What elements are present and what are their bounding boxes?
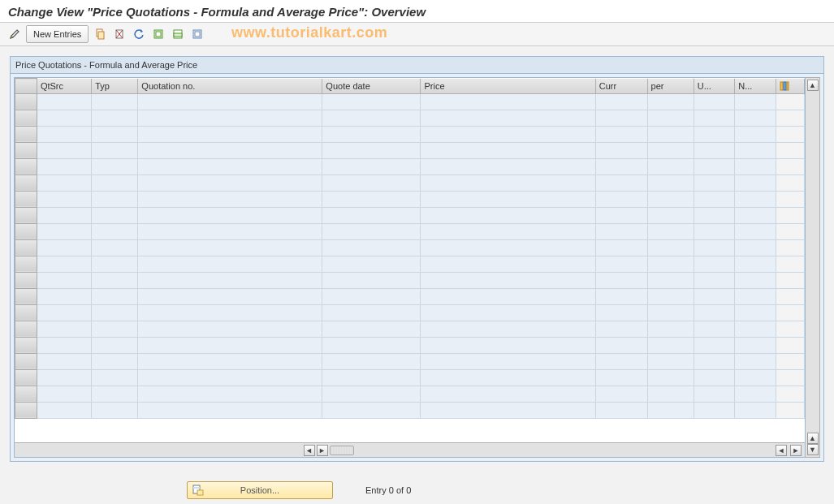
cell[interactable]: [37, 337, 91, 353]
row-selector[interactable]: [15, 256, 37, 272]
cell[interactable]: [138, 126, 322, 142]
cell[interactable]: [322, 126, 421, 142]
cell[interactable]: [735, 223, 776, 239]
cell[interactable]: [322, 402, 421, 418]
undo-icon[interactable]: [131, 26, 147, 42]
vertical-scrollbar[interactable]: ▲ ▲ ▼: [806, 77, 820, 458]
cell[interactable]: [735, 353, 776, 369]
cell[interactable]: [694, 93, 734, 110]
cell[interactable]: [694, 256, 734, 272]
cell[interactable]: [92, 191, 138, 207]
cell[interactable]: [647, 142, 694, 158]
select-all-icon[interactable]: [150, 26, 166, 42]
cell[interactable]: [735, 272, 776, 288]
cell[interactable]: [735, 110, 776, 126]
cell[interactable]: [421, 369, 595, 386]
scroll-up2-icon[interactable]: ▲: [807, 433, 819, 444]
table-row[interactable]: [15, 386, 805, 402]
cell[interactable]: [595, 223, 647, 239]
position-button[interactable]: Position...: [187, 481, 333, 499]
cell[interactable]: [647, 272, 694, 288]
cell[interactable]: [735, 174, 776, 191]
cell[interactable]: [322, 337, 421, 353]
cell[interactable]: [322, 239, 421, 256]
scroll-up-icon[interactable]: ▲: [807, 80, 819, 91]
cell[interactable]: [37, 321, 91, 337]
col-price[interactable]: Price: [421, 79, 595, 94]
col-qtsrc[interactable]: QtSrc: [37, 79, 91, 94]
cell[interactable]: [322, 207, 421, 223]
cell[interactable]: [421, 288, 595, 304]
cell[interactable]: [735, 304, 776, 321]
table-row[interactable]: [15, 126, 805, 142]
cell[interactable]: [694, 337, 734, 353]
cell[interactable]: [735, 321, 776, 337]
horizontal-scrollbar[interactable]: ◄ ► ◄ ►: [15, 442, 805, 457]
cell[interactable]: [92, 207, 138, 223]
cell[interactable]: [694, 386, 734, 402]
table-row[interactable]: [15, 93, 805, 110]
table-row[interactable]: [15, 304, 805, 321]
cell[interactable]: [138, 223, 322, 239]
cell[interactable]: [647, 191, 694, 207]
cell[interactable]: [694, 369, 734, 386]
cell[interactable]: [421, 174, 595, 191]
cell[interactable]: [37, 353, 91, 369]
row-selector[interactable]: [15, 174, 37, 191]
cell[interactable]: [694, 207, 734, 223]
table-row[interactable]: [15, 272, 805, 288]
cell[interactable]: [37, 272, 91, 288]
col-curr[interactable]: Curr: [595, 79, 647, 94]
cell[interactable]: [37, 223, 91, 239]
cell[interactable]: [37, 174, 91, 191]
cell[interactable]: [647, 288, 694, 304]
table-row[interactable]: [15, 223, 805, 239]
table-row[interactable]: [15, 321, 805, 337]
cell[interactable]: [92, 93, 138, 110]
cell[interactable]: [421, 93, 595, 110]
cell[interactable]: [37, 304, 91, 321]
cell[interactable]: [694, 174, 734, 191]
cell[interactable]: [421, 402, 595, 418]
cell[interactable]: [37, 207, 91, 223]
cell[interactable]: [694, 288, 734, 304]
table-row[interactable]: [15, 353, 805, 369]
cell[interactable]: [421, 272, 595, 288]
cell[interactable]: [735, 386, 776, 402]
cell[interactable]: [92, 272, 138, 288]
cell[interactable]: [92, 256, 138, 272]
table-row[interactable]: [15, 288, 805, 304]
row-selector[interactable]: [15, 369, 37, 386]
select-block-icon[interactable]: [170, 26, 186, 42]
cell[interactable]: [92, 288, 138, 304]
cell[interactable]: [421, 386, 595, 402]
cell[interactable]: [92, 353, 138, 369]
cell[interactable]: [138, 369, 322, 386]
cell[interactable]: [92, 386, 138, 402]
cell[interactable]: [421, 321, 595, 337]
cell[interactable]: [322, 223, 421, 239]
cell[interactable]: [735, 256, 776, 272]
cell[interactable]: [138, 207, 322, 223]
row-selector[interactable]: [15, 207, 37, 223]
row-selector[interactable]: [15, 158, 37, 174]
table-row[interactable]: [15, 158, 805, 174]
cell[interactable]: [37, 93, 91, 110]
row-selector[interactable]: [15, 288, 37, 304]
col-uom[interactable]: U...: [694, 79, 734, 94]
cell[interactable]: [735, 142, 776, 158]
cell[interactable]: [322, 174, 421, 191]
cell[interactable]: [647, 386, 694, 402]
cell[interactable]: [647, 207, 694, 223]
table-row[interactable]: [15, 191, 805, 207]
scroll-left-icon[interactable]: ◄: [304, 445, 315, 456]
cell[interactable]: [92, 126, 138, 142]
cell[interactable]: [92, 304, 138, 321]
cell[interactable]: [694, 223, 734, 239]
cell[interactable]: [735, 158, 776, 174]
cell[interactable]: [595, 174, 647, 191]
cell[interactable]: [138, 337, 322, 353]
cell[interactable]: [647, 256, 694, 272]
cell[interactable]: [421, 304, 595, 321]
table-row[interactable]: [15, 207, 805, 223]
